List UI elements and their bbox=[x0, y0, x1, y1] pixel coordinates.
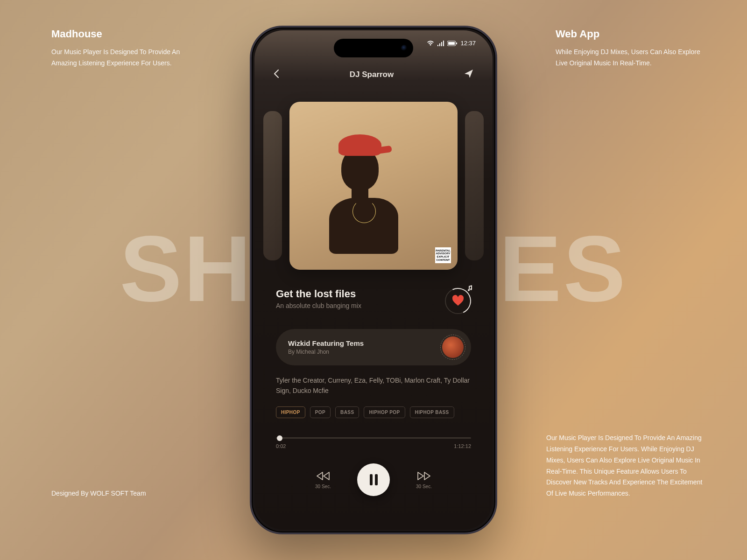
camera-icon bbox=[401, 45, 408, 51]
play-pause-button[interactable] bbox=[357, 463, 390, 496]
music-note-icon bbox=[466, 285, 473, 294]
credit-text: Designed By WOLF SOFT Team bbox=[51, 488, 146, 499]
time-total: 1:12:12 bbox=[454, 443, 471, 449]
promo-body: Our Music Player Is Designed To Provide … bbox=[51, 47, 201, 69]
track-title: Get the lost files bbox=[276, 288, 361, 300]
nav-title: DJ Sparrow bbox=[350, 70, 394, 79]
svg-rect-2 bbox=[456, 42, 457, 44]
featuring-card[interactable]: Wizkid Featuring Tems By Micheal Jhon bbox=[276, 329, 471, 365]
promo-block-madhouse: Madhouse Our Music Player Is Designed To… bbox=[51, 28, 201, 69]
chevron-left-icon bbox=[273, 69, 280, 78]
signal-icon bbox=[437, 41, 444, 46]
status-bar: 12:37 bbox=[427, 40, 476, 47]
track-meta: Get the lost files An absolute club bang… bbox=[276, 288, 471, 314]
svg-rect-1 bbox=[448, 42, 455, 45]
pause-icon bbox=[370, 474, 378, 485]
like-button[interactable] bbox=[445, 288, 471, 314]
rewind-icon bbox=[315, 471, 331, 481]
paper-plane-icon bbox=[464, 69, 474, 79]
share-button[interactable] bbox=[464, 69, 474, 81]
phone-frame: 12:37 DJ Sparrow PARENTAL ADVISORY EXPLI… bbox=[250, 26, 497, 534]
design-credit: Designed By WOLF SOFT Team bbox=[51, 488, 146, 499]
progress-section: 0:02 1:12:12 bbox=[276, 437, 471, 449]
playback-controls: 30 Sec. 30 Sec. bbox=[276, 463, 471, 496]
heart-icon bbox=[450, 293, 466, 309]
promo-heading: Web App bbox=[556, 28, 705, 40]
featuring-title: Wizkid Featuring Tems bbox=[288, 339, 364, 347]
forward-icon bbox=[416, 471, 432, 481]
nav-bar: DJ Sparrow bbox=[254, 69, 493, 81]
promo-block-description: Our Music Player Is Designed To Provide … bbox=[546, 433, 705, 499]
album-art-carousel[interactable]: PARENTAL ADVISORY EXPLICIT CONTENT bbox=[254, 99, 493, 272]
phone-screen: 12:37 DJ Sparrow PARENTAL ADVISORY EXPLI… bbox=[254, 30, 493, 530]
forward-30-button[interactable]: 30 Sec. bbox=[416, 471, 432, 489]
tag-hiphop[interactable]: HIPHOP bbox=[276, 406, 305, 418]
album-art-next[interactable] bbox=[465, 111, 484, 260]
back-button[interactable] bbox=[273, 69, 280, 80]
tag-pop[interactable]: POP bbox=[310, 406, 331, 418]
genre-tags: HIPHOP POP BASS HIPHOP POP HIPHOP BASS bbox=[276, 406, 471, 418]
rewind-30-button[interactable]: 30 Sec. bbox=[315, 471, 331, 489]
album-art-prev[interactable] bbox=[263, 111, 282, 260]
promo-heading: Madhouse bbox=[51, 28, 201, 40]
promo-block-webapp: Web App While Enjoying DJ Mixes, Users C… bbox=[556, 28, 705, 69]
featuring-byline: By Micheal Jhon bbox=[288, 349, 364, 355]
album-art-figure bbox=[341, 147, 379, 190]
seek-bar[interactable] bbox=[276, 437, 471, 439]
skip-label: 30 Sec. bbox=[315, 484, 331, 489]
artist-credits: Tyler the Creator, Curreny, Eza, Felly, … bbox=[276, 376, 471, 396]
promo-body: Our Music Player Is Designed To Provide … bbox=[546, 433, 705, 499]
wifi-icon bbox=[427, 41, 434, 46]
track-subtitle: An absolute club banging mix bbox=[276, 302, 361, 309]
featuring-avatar bbox=[440, 335, 465, 360]
parental-advisory-badge: PARENTAL ADVISORY EXPLICIT CONTENT bbox=[435, 247, 451, 263]
promo-body: While Enjoying DJ Mixes, Users Can Also … bbox=[556, 47, 705, 69]
battery-icon bbox=[447, 41, 458, 46]
skip-label: 30 Sec. bbox=[416, 484, 432, 489]
dynamic-island bbox=[334, 39, 413, 57]
seek-thumb[interactable] bbox=[277, 435, 282, 441]
album-art[interactable]: PARENTAL ADVISORY EXPLICIT CONTENT bbox=[289, 102, 458, 270]
tag-hiphop-bass[interactable]: HIPHOP BASS bbox=[410, 406, 454, 418]
time-elapsed: 0:02 bbox=[276, 443, 286, 449]
tag-bass[interactable]: BASS bbox=[335, 406, 359, 418]
tag-hiphop-pop[interactable]: HIPHOP POP bbox=[364, 406, 405, 418]
status-time: 12:37 bbox=[460, 40, 476, 47]
